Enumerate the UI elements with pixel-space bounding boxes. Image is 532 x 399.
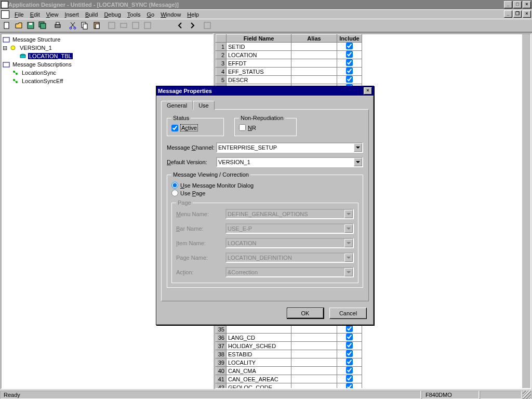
table-row[interactable]: 3EFFDT bbox=[216, 59, 362, 68]
close-button[interactable]: × bbox=[523, 1, 531, 8]
table-row[interactable]: 37HOLIDAY_SCHED bbox=[216, 342, 362, 350]
include-checkbox[interactable] bbox=[346, 367, 353, 374]
menu-window[interactable]: Window bbox=[157, 11, 184, 18]
svg-rect-18 bbox=[3, 37, 9, 42]
menu-build[interactable]: Build bbox=[82, 11, 101, 18]
include-checkbox[interactable] bbox=[346, 358, 353, 365]
open-button[interactable] bbox=[13, 20, 24, 31]
nr-checkbox[interactable] bbox=[239, 124, 246, 131]
include-checkbox[interactable] bbox=[346, 43, 353, 49]
svg-point-19 bbox=[11, 46, 15, 50]
table-row[interactable]: 42GEOLOC_CODE bbox=[216, 383, 362, 390]
table-row[interactable]: 41CAN_OEE_AREAC bbox=[216, 375, 362, 383]
grid-scrollbar[interactable] bbox=[522, 34, 530, 388]
active-checkbox[interactable] bbox=[171, 125, 178, 131]
table-row[interactable]: 38ESTABID bbox=[216, 350, 362, 358]
menu-help[interactable]: Help bbox=[184, 11, 202, 18]
menuname-combo: DEFINE_GENERAL_OPTIONS bbox=[225, 209, 354, 219]
menu-edit[interactable]: Edit bbox=[27, 11, 43, 18]
group-viewing: Message Viewing / Correction Use Message… bbox=[167, 171, 363, 288]
tab-general[interactable]: General bbox=[161, 101, 193, 110]
channel-combo[interactable]: ENTERPRISE_SETUP bbox=[216, 142, 363, 153]
tree-sub-locationsync[interactable]: LocationSync bbox=[3, 69, 211, 77]
tool-d[interactable] bbox=[142, 20, 153, 31]
barname-label: Bar Name: bbox=[176, 225, 225, 232]
menu-insert[interactable]: Insert bbox=[61, 11, 82, 18]
tree-root-structure[interactable]: Message Structure bbox=[3, 35, 211, 44]
chevron-down-icon[interactable] bbox=[354, 158, 362, 166]
minimize-button[interactable]: _ bbox=[504, 1, 512, 8]
menu-tools[interactable]: Tools bbox=[124, 11, 144, 18]
svg-rect-14 bbox=[121, 23, 127, 28]
mdi-minimize-button[interactable]: _ bbox=[504, 10, 512, 18]
tree-sub-locationsynceff[interactable]: LocationSyncEff bbox=[3, 77, 211, 85]
status-empty bbox=[480, 391, 522, 399]
action-combo: &Correction bbox=[225, 267, 354, 277]
app-titlebar: Application Designer - Untitled - [LOCAT… bbox=[0, 0, 532, 9]
radio-use-monitor[interactable] bbox=[171, 182, 178, 189]
maximize-button[interactable]: □ bbox=[513, 1, 522, 8]
chevron-down-icon[interactable] bbox=[354, 143, 362, 152]
svg-rect-13 bbox=[109, 22, 115, 29]
dialog-close-button[interactable]: × bbox=[364, 87, 372, 95]
svg-rect-12 bbox=[96, 24, 99, 29]
table-row[interactable]: 2LOCATION bbox=[216, 51, 362, 59]
tree-item-location-tbl[interactable]: LOCATION_TBL bbox=[3, 52, 211, 60]
include-checkbox[interactable] bbox=[346, 76, 353, 83]
table-row[interactable]: 4EFF_STATUS bbox=[216, 68, 362, 76]
saveall-button[interactable] bbox=[37, 20, 48, 31]
save-button[interactable] bbox=[25, 20, 36, 31]
include-checkbox[interactable] bbox=[346, 59, 353, 66]
table-row[interactable]: 39LOCALITY bbox=[216, 358, 362, 367]
tool-b[interactable] bbox=[118, 20, 129, 31]
tool-a[interactable] bbox=[106, 20, 117, 31]
resize-grip[interactable] bbox=[523, 391, 531, 399]
tree-item-version[interactable]: ⊟ VERSION_1 bbox=[3, 44, 211, 52]
nav-back-button[interactable] bbox=[175, 20, 186, 31]
tool-c[interactable] bbox=[130, 20, 141, 31]
col-alias[interactable]: Alias bbox=[291, 35, 337, 43]
svg-rect-15 bbox=[132, 22, 139, 29]
table-row[interactable]: 1SETID bbox=[216, 43, 362, 51]
include-checkbox[interactable] bbox=[346, 51, 353, 58]
status-ready: Ready bbox=[0, 391, 421, 399]
menu-go[interactable]: Go bbox=[144, 11, 158, 18]
statusbar: Ready F840DMO bbox=[0, 390, 532, 399]
svg-rect-10 bbox=[83, 24, 87, 29]
tree-root-subscriptions[interactable]: Message Subscriptions bbox=[3, 60, 211, 69]
include-checkbox[interactable] bbox=[346, 350, 353, 357]
cut-button[interactable] bbox=[67, 20, 78, 31]
nav-fwd-button[interactable] bbox=[187, 20, 198, 31]
menu-debug[interactable]: Debug bbox=[101, 11, 124, 18]
svg-rect-22 bbox=[3, 62, 9, 67]
menu-file[interactable]: File bbox=[11, 11, 27, 18]
version-combo[interactable]: VERSION_1 bbox=[216, 157, 363, 167]
ok-button[interactable]: OK bbox=[287, 308, 324, 319]
col-fieldname[interactable]: Field Name bbox=[227, 35, 291, 43]
table-row[interactable]: 40CAN_CMA bbox=[216, 367, 362, 375]
tab-use[interactable]: Use bbox=[193, 101, 215, 110]
include-checkbox[interactable] bbox=[346, 68, 353, 74]
include-checkbox[interactable] bbox=[346, 334, 353, 340]
tool-e[interactable] bbox=[202, 20, 213, 31]
group-page: Page Menu Name: DEFINE_GENERAL_OPTIONS B… bbox=[171, 200, 358, 283]
col-include[interactable]: Include bbox=[337, 35, 362, 43]
print-button[interactable] bbox=[52, 20, 63, 31]
pagename-label: Page Name: bbox=[176, 255, 225, 261]
include-checkbox[interactable] bbox=[346, 375, 353, 382]
include-checkbox[interactable] bbox=[346, 383, 353, 389]
mdi-restore-button[interactable]: ❐ bbox=[513, 10, 522, 18]
mdi-close-button[interactable]: × bbox=[523, 10, 531, 18]
menu-view[interactable]: View bbox=[43, 11, 62, 18]
paste-button[interactable] bbox=[91, 20, 102, 31]
table-row[interactable]: 36LANG_CD bbox=[216, 334, 362, 342]
app-title: Application Designer - Untitled - [LOCAT… bbox=[8, 2, 503, 8]
copy-button[interactable] bbox=[79, 20, 90, 31]
new-button[interactable] bbox=[1, 20, 12, 31]
cancel-button[interactable]: Cancel bbox=[329, 308, 367, 319]
dialog-titlebar[interactable]: Message Properties × bbox=[156, 86, 374, 96]
table-row[interactable]: 5DESCR bbox=[216, 76, 362, 84]
radio-use-page[interactable] bbox=[171, 190, 178, 196]
include-checkbox[interactable] bbox=[346, 342, 353, 349]
svg-rect-6 bbox=[56, 22, 59, 24]
